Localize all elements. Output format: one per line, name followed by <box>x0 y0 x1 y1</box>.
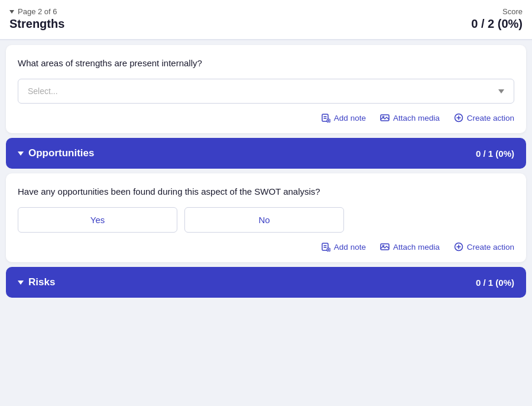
question1-card: What areas of strengths are present inte… <box>6 45 526 133</box>
risks-title: Risks <box>28 276 55 288</box>
question2-card: Have any opportunities been found during… <box>6 173 526 262</box>
page-header: Page 2 of 6 Score Strengths 0 / 2 (0%) <box>0 0 532 40</box>
attach-media-button-2[interactable]: Attach media <box>380 242 440 252</box>
question1-text: What areas of strengths are present inte… <box>18 58 514 68</box>
risks-score: 0 / 1 (0%) <box>476 278 514 288</box>
select-chevron-icon <box>498 89 504 94</box>
opportunities-chevron-icon <box>18 152 24 156</box>
add-note-icon-2 <box>321 242 330 252</box>
no-button[interactable]: No <box>184 207 344 233</box>
risks-section-header[interactable]: Risks 0 / 1 (0%) <box>6 267 526 298</box>
header-divider <box>0 40 532 40</box>
risks-chevron-icon <box>18 281 24 285</box>
select-placeholder: Select... <box>28 86 58 96</box>
question2-actions: Add note Attach media Create action <box>18 242 514 252</box>
attach-media-icon-1 <box>380 113 390 123</box>
select-dropdown[interactable]: Select... <box>18 79 514 104</box>
risks-title-row: Risks <box>18 276 55 288</box>
create-action-button-2[interactable]: Create action <box>454 242 514 252</box>
opportunities-section-header[interactable]: Opportunities 0 / 1 (0%) <box>6 138 526 169</box>
add-note-icon-1 <box>321 113 330 123</box>
attach-media-icon-2 <box>380 242 390 252</box>
question1-actions: Add note Attach media Create action <box>18 113 514 123</box>
yesno-row: Yes No <box>18 207 514 233</box>
create-action-button-1[interactable]: Create action <box>454 113 514 123</box>
add-note-button-1[interactable]: Add note <box>321 113 366 123</box>
question2-text: Have any opportunities been found during… <box>18 186 514 196</box>
page-number: Page 2 of 6 <box>18 7 57 16</box>
score-label: Score <box>502 7 523 16</box>
page-nav[interactable]: Page 2 of 6 <box>9 7 57 16</box>
opportunities-title: Opportunities <box>28 147 94 159</box>
add-note-button-2[interactable]: Add note <box>321 242 366 252</box>
create-action-plus-icon-2 <box>454 242 463 252</box>
attach-media-button-1[interactable]: Attach media <box>380 113 440 123</box>
create-action-plus-icon-1 <box>454 113 463 123</box>
opportunities-score: 0 / 1 (0%) <box>476 149 514 159</box>
opportunities-title-row: Opportunities <box>18 147 94 159</box>
strengths-title: Strengths <box>9 17 64 31</box>
strengths-score: 0 / 2 (0%) <box>471 17 523 31</box>
chevron-down-icon <box>9 10 14 14</box>
yes-button[interactable]: Yes <box>18 207 177 233</box>
